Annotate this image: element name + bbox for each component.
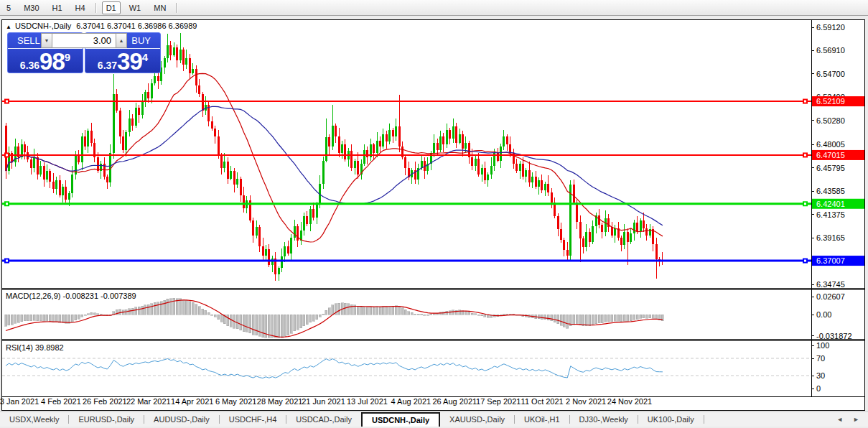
date-tick-label: 13 Jan 2021	[0, 397, 39, 406]
tab-usdcad-daily[interactable]: USDCAD-,Daily	[286, 412, 361, 427]
tab-usdcnh-daily[interactable]: USDCNH-,Daily	[361, 412, 440, 427]
date-tick-label: 14 Apr 2021	[171, 397, 213, 406]
level-price-label: 6.42401	[816, 200, 845, 208]
price-tick-label: 6.48005	[816, 140, 845, 149]
level-price-label: 6.47015	[816, 151, 845, 159]
level-handle-dot	[6, 101, 8, 103]
date-tick-label: 28 May 2021	[257, 397, 303, 406]
buy-price-sup: 4	[142, 51, 148, 63]
rsi-tick-label: 100	[816, 341, 829, 350]
one-click-trading-panel: SELL 6.36 98 9 BUY 6.37 39 4 ▼ ▲	[7, 32, 161, 75]
volume-spinner: ▼ ▲	[41, 33, 127, 48]
price-tick-label: 6.50280	[816, 116, 845, 125]
tab-dj30-weekly[interactable]: DJ30-,Weekly	[570, 412, 638, 427]
macd-tick-label: -0.031872	[816, 332, 852, 340]
date-tick-label: 21 Jun 2021	[302, 397, 345, 406]
price-tick-label: 6.54700	[816, 70, 845, 78]
date-tick-label: 6 May 2021	[215, 397, 256, 406]
tab-audusd-daily[interactable]: AUDUSD-,Daily	[144, 412, 219, 427]
level-handle-dot	[804, 154, 806, 156]
macd-tick-label: 0.02607	[816, 292, 845, 301]
date-tick-label: 13 Jul 2021	[347, 397, 388, 406]
volume-decrease-button[interactable]: ▼	[41, 33, 52, 48]
tab-ukoil-h1[interactable]: UKOil-,H1	[515, 412, 569, 427]
date-tick-label: 26 Aug 2021	[432, 397, 477, 406]
level-handle-dot	[804, 203, 806, 205]
chevron-down-icon: ▼	[45, 38, 50, 43]
sell-price: 6.36 98 9	[8, 49, 83, 73]
rsi-indicator-label: RSI(14) 39.8982	[6, 343, 64, 352]
date-tick-label: 22 Mar 2021	[126, 397, 171, 406]
date-tick-label: 17 Sep 2021	[476, 397, 521, 406]
date-tick-label: 2 Nov 2021	[566, 397, 606, 406]
price-tick-label: 6.34745	[816, 280, 845, 289]
level-handle-dot	[6, 154, 8, 156]
date-tick-label: 24 Nov 2021	[607, 397, 652, 406]
level-price-label: 6.37007	[816, 256, 845, 265]
macd-tick-label: 0.00	[816, 310, 831, 319]
rsi-tick-label: 30	[816, 371, 825, 380]
chart-ohlc-values: 6.37041 6.37041 6.36986 6.36989	[76, 22, 197, 30]
tab-scroll-arrows: ◄►	[836, 412, 868, 427]
chart-tab-bar: USDX,WeeklyEURUSD-,DailyAUDUSD-,DailyUSD…	[0, 411, 868, 427]
level-handle-dot	[804, 101, 806, 103]
price-tick-label: 6.45795	[816, 164, 845, 172]
tab-usdchf-h4[interactable]: USDCHF-,H4	[220, 412, 286, 427]
level-handle-dot	[804, 260, 806, 262]
price-tick-label: 6.41375	[816, 210, 845, 219]
date-tick-label: 11 Oct 2021	[521, 397, 564, 406]
tab-separator	[704, 415, 704, 424]
price-tick-label: 6.39165	[816, 233, 845, 242]
rsi-tick-label: 70	[816, 354, 825, 363]
chart-symbol-label: USDCNH-,Daily	[15, 22, 71, 30]
tab-scroll-left-icon[interactable]: ◄	[836, 416, 843, 423]
date-tick-label: 4 Aug 2021	[391, 397, 431, 406]
tab-scroll-right-icon[interactable]: ►	[853, 416, 859, 423]
macd-indicator-label: MACD(12,26,9) -0.008231 -0.007389	[6, 292, 136, 300]
collapse-icon[interactable]: ▲	[6, 24, 11, 30]
volume-increase-button[interactable]: ▲	[116, 33, 127, 48]
level-handle-dot	[6, 260, 8, 262]
chart-window	[1, 19, 864, 410]
date-tick-label: 26 Feb 2021	[83, 397, 127, 406]
tab-usdx-weekly[interactable]: USDX,Weekly	[0, 412, 68, 427]
sell-price-sup: 9	[65, 51, 70, 63]
tab-uk100-daily[interactable]: UK100-,Daily	[638, 412, 704, 427]
chart-title: ▲USDCNH-,Daily6.37041 6.37041 6.36986 6.…	[6, 22, 197, 30]
buy-price: 6.37 39 4	[85, 49, 160, 73]
tab-xauusd-daily[interactable]: XAUUSD-,Daily	[440, 412, 514, 427]
date-tick-label: 4 Feb 2021	[41, 397, 81, 406]
sell-price-small: 6.36	[20, 60, 39, 71]
price-tick-label: 6.43585	[816, 187, 845, 195]
level-price-label: 6.52109	[816, 97, 845, 106]
sell-button-label: SELL	[17, 35, 40, 46]
chevron-up-icon: ▲	[119, 38, 124, 43]
tab-eurusd-daily[interactable]: EURUSD-,Daily	[69, 412, 144, 427]
sell-price-big: 98	[39, 50, 65, 73]
application-window: 5M30H1H4D1W1MN 6.591206.569106.547006.52…	[0, 0, 868, 428]
rsi-tick-label: 0	[816, 384, 821, 393]
buy-price-small: 6.37	[98, 60, 117, 71]
price-tick-label: 6.59120	[816, 23, 845, 32]
time-axis[interactable]: 13 Jan 20214 Feb 202126 Feb 202122 Mar 2…	[0, 397, 652, 406]
buy-price-big: 39	[117, 50, 142, 73]
level-handle-dot	[6, 203, 8, 205]
volume-input[interactable]	[52, 33, 116, 48]
price-tick-label: 6.56910	[816, 46, 845, 55]
buy-button-label: BUY	[131, 35, 151, 46]
